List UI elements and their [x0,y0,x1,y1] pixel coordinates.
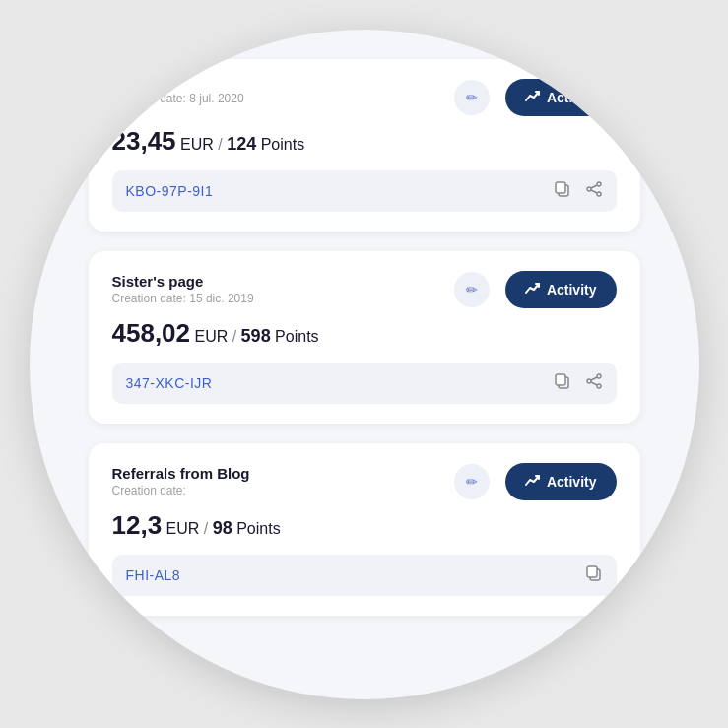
card-3-copy-button[interactable] [585,564,603,586]
card-2-header: Sister's page Creation date: 15 dic. 201… [112,271,617,308]
card-3-amount-row: 12,3 EUR / 98 Points [112,510,617,541]
card-3-separator: / [204,520,213,537]
card-1-points: 124 [227,134,256,154]
card-1-code-row: KBO-97P-9I1 [112,170,617,212]
card-3-code: FHI-AL8 [126,567,181,583]
card-1-points-label: Points [261,136,304,153]
card-1-title-group: Creation date: 8 jul. 2020 [112,90,244,105]
card-1-activity-label: Activity [547,90,597,105]
copy-icon-3 [585,564,603,586]
chart-icon [525,89,541,106]
card-3-date: Creation date: [112,484,250,497]
svg-rect-1 [556,182,565,193]
card-2-edit-button[interactable]: ✏ [454,272,490,307]
pencil-icon-3: ✏ [466,474,478,490]
svg-point-4 [597,192,601,196]
pencil-icon: ✏ [466,90,478,105]
share-icon [585,180,603,202]
svg-line-6 [591,190,597,193]
card-3-points: 98 [213,518,232,538]
card-2-activity-label: Activity [547,282,597,298]
card-3-activity-label: Activity [547,474,597,490]
card-2-header-right: ✏ Activity [454,271,617,308]
card-1-share-button[interactable] [585,180,603,202]
card-3: Referrals from Blog Creation date: ✏ [89,443,640,616]
copy-icon-2 [554,372,571,394]
card-1-activity-button[interactable]: Activity [505,79,617,116]
card-2-points-label: Points [275,328,318,345]
svg-rect-8 [556,374,565,385]
card-2-code-row: 347-XKC-IJR [112,363,617,404]
card-3-amount: 12,3 [112,510,163,540]
card-1-separator: / [218,136,227,153]
chart-icon-3 [525,473,541,491]
pencil-icon: ✏ [466,282,478,298]
card-2-copy-button[interactable] [554,372,571,394]
card-2: Sister's page Creation date: 15 dic. 201… [89,251,640,424]
card-1-date: Creation date: 8 jul. 2020 [112,92,244,105]
card-2-code: 347-XKC-IJR [126,375,213,391]
card-2-currency: EUR [194,328,228,345]
svg-line-12 [591,377,597,380]
svg-point-11 [597,384,601,388]
svg-point-9 [597,374,601,378]
svg-rect-15 [587,566,597,577]
card-3-points-label: Points [236,520,280,537]
card-3-currency: EUR [166,520,200,537]
card-2-title-group: Sister's page Creation date: 15 dic. 201… [112,273,254,305]
card-2-date: Creation date: 15 dic. 2019 [112,292,254,305]
card-3-title: Referrals from Blog [112,465,250,482]
card-2-points: 598 [241,326,271,346]
svg-point-10 [587,379,591,383]
card-3-edit-button[interactable]: ✏ [454,464,490,499]
svg-point-2 [597,182,601,186]
copy-icon [554,180,571,202]
card-1-copy-button[interactable] [554,180,571,202]
card-3-code-actions [585,564,603,586]
card-1-code-actions [554,180,603,202]
card-1: Creation date: 8 jul. 2020 ✏ Activi [89,59,640,232]
card-3-title-group: Referrals from Blog Creation date: [112,465,250,497]
card-1-amount-row: 23,45 EUR / 124 Points [112,126,617,157]
svg-line-13 [591,382,597,385]
card-1-code: KBO-97P-9I1 [126,183,214,199]
card-3-header-right: ✏ Activity [454,463,617,500]
card-2-code-actions [554,372,603,394]
card-1-edit-button[interactable]: ✏ [454,80,490,115]
card-2-amount-row: 458,02 EUR / 598 Points [112,318,617,349]
card-2-title: Sister's page [112,273,254,290]
svg-line-5 [591,185,597,188]
main-circle: Creation date: 8 jul. 2020 ✏ Activi [30,30,699,699]
card-2-share-button[interactable] [585,372,603,394]
card-3-code-row: FHI-AL8 [112,555,617,596]
card-1-header-right: ✏ Activity [454,79,617,116]
scroll-area: Creation date: 8 jul. 2020 ✏ Activi [30,30,699,645]
card-1-currency: EUR [180,136,214,153]
card-2-activity-button[interactable]: Activity [505,271,617,308]
svg-point-3 [587,187,591,191]
card-2-amount: 458,02 [112,318,191,348]
card-2-separator: / [232,328,241,345]
chart-icon-2 [525,281,541,298]
card-3-header: Referrals from Blog Creation date: ✏ [112,463,617,500]
share-icon-2 [585,372,603,394]
card-3-activity-button[interactable]: Activity [505,463,617,500]
card-1-header: Creation date: 8 jul. 2020 ✏ Activi [112,79,617,116]
card-1-amount: 23,45 [112,126,176,156]
